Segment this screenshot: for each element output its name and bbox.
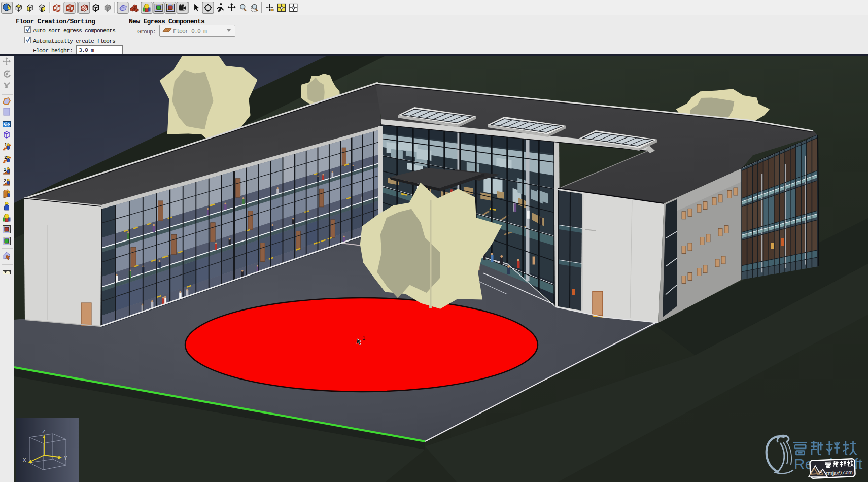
svg-text:Floor 0.0 m: Floor 0.0 m [173, 28, 207, 35]
svg-text:Y: Y [64, 455, 67, 461]
svg-text:2: 2 [5, 155, 7, 160]
svg-text:2: 2 [4, 178, 6, 183]
svg-text:1: 1 [4, 167, 6, 172]
svg-text:1: 1 [362, 336, 365, 341]
svg-text:Z: Z [42, 429, 46, 435]
svg-text:X: X [23, 457, 26, 463]
svg-text:zmjax9.com: zmjax9.com [825, 469, 853, 476]
svg-text:1: 1 [5, 142, 7, 147]
